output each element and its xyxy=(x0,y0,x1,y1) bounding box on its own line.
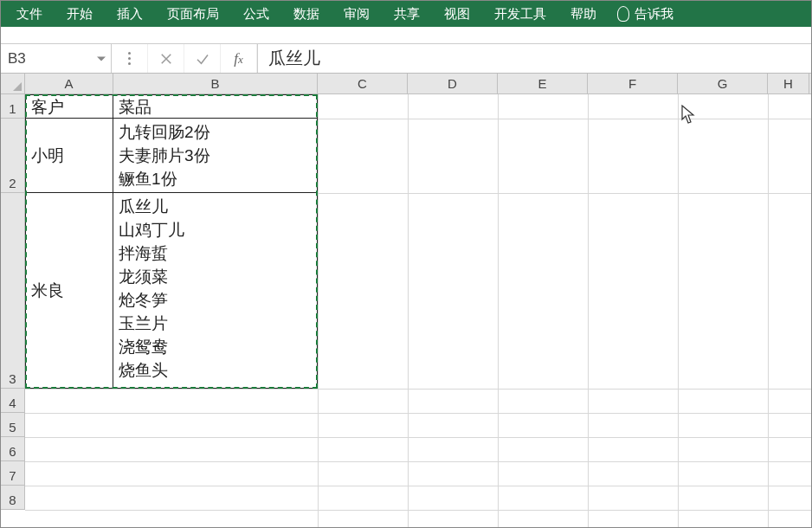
cell-b3[interactable]: 瓜丝儿 山鸡丁儿 拌海蜇 龙须菜 炝冬笋 玉兰片 浇鸳鸯 烧鱼头 xyxy=(113,193,318,389)
tab-view[interactable]: 视图 xyxy=(432,3,482,26)
tab-share[interactable]: 共享 xyxy=(382,3,432,26)
tab-file[interactable]: 文件 xyxy=(4,3,55,26)
row-header-4[interactable]: 4 xyxy=(1,389,25,413)
tab-developer[interactable]: 开发工具 xyxy=(482,3,558,26)
formula-bar: B3 fx 瓜丝儿 xyxy=(1,44,811,74)
tab-data[interactable]: 数据 xyxy=(281,3,332,26)
tab-formulas[interactable]: 公式 xyxy=(231,3,281,26)
row-headers: 1 2 3 4 5 6 7 8 xyxy=(1,94,25,510)
tab-review[interactable]: 审阅 xyxy=(332,3,382,26)
cell-a2[interactable]: 小明 xyxy=(25,119,113,193)
fx-icon: fx xyxy=(234,50,243,68)
row-header-1[interactable]: 1 xyxy=(1,94,25,119)
name-box[interactable]: B3 xyxy=(1,44,112,73)
x-icon xyxy=(158,51,174,67)
tell-me[interactable]: 告诉我 xyxy=(635,3,686,26)
cell-a3[interactable]: 米良 xyxy=(25,193,113,389)
formula-value: 瓜丝儿 xyxy=(268,47,320,70)
column-headers: A B C D E F G H xyxy=(1,74,811,94)
name-box-value: B3 xyxy=(8,50,26,68)
cell-grid[interactable]: 客户 菜品 小明 九转回肠2份 夫妻肺片3份 鳜鱼1份 米良 瓜丝儿 山鸡丁儿 … xyxy=(25,94,811,510)
row-header-3[interactable]: 3 xyxy=(1,193,25,389)
enter-button[interactable] xyxy=(184,44,221,73)
cell-a1[interactable]: 客户 xyxy=(25,94,113,119)
row-header-6[interactable]: 6 xyxy=(1,437,25,461)
row-header-2[interactable]: 2 xyxy=(1,119,25,193)
col-header-e[interactable]: E xyxy=(498,74,588,93)
row-header-5[interactable]: 5 xyxy=(1,413,25,437)
col-header-h[interactable]: H xyxy=(768,74,809,93)
row-header-7[interactable]: 7 xyxy=(1,461,25,486)
lightbulb-icon xyxy=(617,6,629,22)
options-icon[interactable] xyxy=(112,44,148,73)
formula-input[interactable]: 瓜丝儿 xyxy=(257,44,811,73)
col-header-d[interactable]: D xyxy=(408,74,498,93)
ribbon: 文件 开始 插入 页面布局 公式 数据 审阅 共享 视图 开发工具 帮助 告诉我 xyxy=(1,1,811,27)
col-header-g[interactable]: G xyxy=(678,74,768,93)
col-header-a[interactable]: A xyxy=(25,74,113,93)
tab-help[interactable]: 帮助 xyxy=(558,3,609,26)
tab-home[interactable]: 开始 xyxy=(55,3,105,26)
check-icon xyxy=(195,51,210,67)
row-header-8[interactable]: 8 xyxy=(1,486,25,510)
cancel-button[interactable] xyxy=(148,44,184,73)
cell-b1[interactable]: 菜品 xyxy=(113,94,318,119)
chevron-down-icon xyxy=(97,56,106,61)
col-header-b[interactable]: B xyxy=(113,74,318,93)
worksheet: A B C D E F G H 1 2 3 4 5 6 7 8 客户 xyxy=(1,74,811,510)
cell-b2[interactable]: 九转回肠2份 夫妻肺片3份 鳜鱼1份 xyxy=(113,119,318,193)
col-header-c[interactable]: C xyxy=(318,74,408,93)
col-header-f[interactable]: F xyxy=(588,74,678,93)
ribbon-spacer xyxy=(1,27,811,44)
tab-insert[interactable]: 插入 xyxy=(105,3,155,26)
insert-function-button[interactable]: fx xyxy=(221,44,257,73)
select-all-corner[interactable] xyxy=(1,74,25,93)
tab-pagelayout[interactable]: 页面布局 xyxy=(155,3,231,26)
